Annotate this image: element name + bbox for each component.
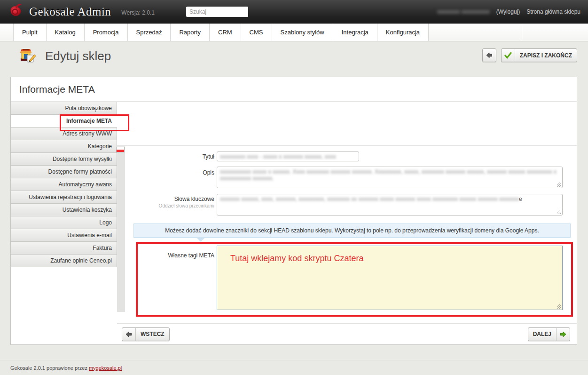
resize-handle[interactable]: [557, 304, 561, 309]
tab-pulpit[interactable]: Pulpit: [13, 24, 47, 41]
sidebar-item-formy-platnosci[interactable]: Dostępne formy płatności: [11, 166, 117, 178]
sidebar-item-adres-strony-www[interactable]: Adres strony WWW: [11, 128, 117, 140]
topbar: Gekosale Admin Wersja: 2.0.1 xxxxxxxx xx…: [0, 0, 588, 24]
back-button-label: WSTECZ: [136, 331, 169, 337]
keywords-hint: Oddziel słowa przecinkami: [127, 203, 214, 208]
tab-crm[interactable]: CRM: [210, 24, 241, 41]
tab-cms[interactable]: CMS: [241, 24, 272, 41]
search-input[interactable]: [186, 7, 248, 17]
meta-tags-annotation-text: Tutaj wklejamy kod skryptu Czatera: [230, 254, 363, 263]
info-pointer-chevron: [197, 238, 204, 242]
wizard-footer: WSTECZ DALEJ: [117, 323, 577, 344]
description-field-label: Opis: [127, 169, 214, 176]
head-tags-info-text: Możesz dodać dowolne znaczniki do sekcji…: [165, 227, 539, 234]
head-tags-info-box: Możesz dodać dowolne znaczniki do sekcji…: [133, 223, 571, 238]
sidebar-item-formy-wysylki[interactable]: Dostępne formy wysyłki: [11, 153, 117, 166]
title-field-label: Tytuł: [127, 153, 214, 160]
tab-sprzedaz[interactable]: Sprzedaż: [128, 24, 171, 41]
custom-meta-tags-textarea[interactable]: Tutaj wklejamy kod skryptu Czatera: [217, 246, 563, 310]
tab-katalog[interactable]: Katalog: [47, 24, 85, 41]
back-button[interactable]: WSTECZ: [122, 327, 170, 341]
tabbar-divider: [522, 26, 522, 39]
right-arrow-green-icon: [557, 328, 570, 341]
sidebar-item-zaufane-opinie-ceneo[interactable]: Zaufane opinie Ceneo.pl: [11, 255, 117, 267]
sidebar-item-kategorie[interactable]: Kategorie: [11, 140, 117, 153]
gekosale-logo-icon: [8, 3, 24, 21]
tab-raporty[interactable]: Raporty: [171, 24, 210, 41]
app-version: Wersja: 2.0.1: [121, 9, 154, 16]
logout-link[interactable]: (Wyloguj): [496, 8, 520, 15]
tab-integracja[interactable]: Integracja: [333, 24, 377, 41]
keywords-trailing-char: e: [519, 196, 522, 202]
footer-text: Gekosale 2.0.1 poprawione przez: [10, 365, 87, 371]
sidebar-item-ustawienia-email[interactable]: Ustawienia e-mail: [11, 229, 117, 242]
polish-flag-icon: [116, 147, 125, 152]
app-title: Gekosale Admin: [29, 5, 111, 18]
sidebar-item-faktura[interactable]: Faktura: [11, 242, 117, 255]
sidebar-item-automatyczny-awans[interactable]: Automatyczny awans: [11, 178, 117, 191]
resize-handle[interactable]: [557, 210, 561, 214]
edit-shop-icon: [19, 47, 37, 65]
user-name-redacted: xxxxxxxx xxxxxxxxxx: [437, 8, 489, 15]
page-header: Edytuj sklep ZAPISZ I ZAKOŃCZ: [0, 41, 588, 71]
sidebar-item-ustawienia-koszyka[interactable]: Ustawienia koszyka: [11, 204, 117, 216]
storefront-link[interactable]: Strona główna sklepu: [526, 8, 580, 15]
check-icon: [502, 49, 515, 62]
left-arrow-icon: [122, 328, 135, 341]
left-arrow-icon: [486, 52, 493, 58]
edit-shop-panel: Informacje META Pola obowiązkowe Informa…: [10, 77, 577, 345]
sidebar-item-pola-obowiazkowe[interactable]: Pola obowiązkowe: [11, 102, 117, 115]
description-textarea[interactable]: xxxxxxxxxxx xxxxx x xxxxxx. Xxxx xxxxxxx…: [217, 167, 563, 188]
save-and-finish-label: ZAPISZ I ZAKOŃCZ: [515, 52, 577, 59]
tab-konfiguracja[interactable]: Konfiguracja: [377, 24, 429, 41]
mygekosale-link[interactable]: mygekosale.pl: [89, 365, 122, 371]
title-input[interactable]: xxxxxxxxx xxxx - xxxxx x xxxxxxx xxxxxx,…: [217, 152, 359, 161]
meta-form: Tytuł xxxxxxxxx xxxx - xxxxx x xxxxxxx x…: [117, 145, 577, 323]
sidebar-item-rejestracja-logowanie[interactable]: Ustawienia rejestracji i logowania: [11, 191, 117, 204]
tab-promocja[interactable]: Promocja: [85, 24, 128, 41]
page-title: Edytuj sklep: [45, 49, 111, 64]
panel-title: Informacje META: [11, 77, 577, 102]
sidebar-item-informacje-meta[interactable]: Informacje META: [11, 115, 117, 128]
next-button[interactable]: DALEJ: [528, 327, 570, 341]
next-button-label: DALEJ: [528, 331, 556, 337]
back-arrow-button[interactable]: [482, 48, 496, 62]
tab-szablony-stylow[interactable]: Szablony stylów: [272, 24, 333, 41]
resize-handle[interactable]: [557, 183, 561, 187]
save-and-finish-button[interactable]: ZAPISZ I ZAKOŃCZ: [501, 48, 577, 62]
keywords-field-label: Słowa kluczowe: [127, 196, 214, 202]
main-nav: Pulpit Katalog Promocja Sprzedaż Raporty…: [0, 24, 588, 41]
meta-tags-field-label: Własne tagi META: [127, 252, 214, 259]
keywords-textarea[interactable]: xxxxxxx xxxxxx, xxxx, xxxxxxx, xxxxxxxxx…: [217, 194, 563, 215]
sidebar-item-logo[interactable]: Logo: [11, 216, 117, 229]
settings-sidebar: Pola obowiązkowe Informacje META Adres s…: [11, 102, 117, 267]
page-footer: Gekosale 2.0.1 poprawione przez mygekosa…: [0, 360, 588, 375]
language-gutter: [117, 146, 125, 312]
